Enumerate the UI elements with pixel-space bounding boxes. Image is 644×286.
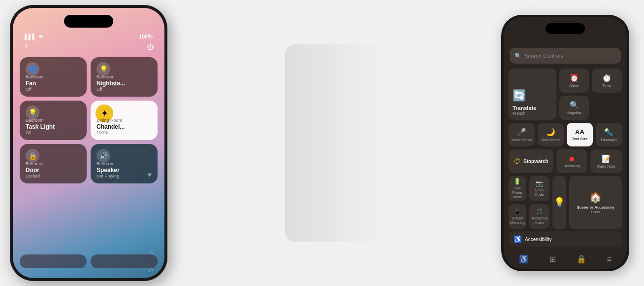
dark-mode-icon: 🌙 bbox=[546, 128, 555, 137]
scan-code-tile[interactable]: 📷 Scan Code bbox=[529, 176, 549, 201]
left-phone: ▌▌▌ ⌯ 100% + ⏻ 🌀 Bedroom Fan Off 💡 Bedro… bbox=[10, 5, 167, 281]
add-icon[interactable]: + bbox=[24, 41, 29, 52]
heart-icon: ♥ bbox=[148, 171, 152, 179]
recognize-music-tile[interactable]: 🎵 Recognize Music bbox=[529, 204, 549, 229]
dock-accessibility-icon[interactable]: ♿ bbox=[519, 254, 529, 264]
chandelier-name-label: Chandel... bbox=[97, 123, 152, 130]
magnifier-icon: 🔍 bbox=[570, 101, 579, 109]
search-controls-label[interactable]: Search Controls bbox=[524, 53, 563, 59]
dining-chandelier-tile[interactable]: ✦ Dining Room Chandel... 100% bbox=[91, 101, 158, 140]
translate-tile[interactable]: 🔄 Translate French bbox=[509, 69, 556, 120]
low-power-label: Low Power Mode bbox=[510, 186, 525, 199]
tasklight-room-label: Bedroom bbox=[26, 118, 81, 123]
dark-mode-label: Dark Mode bbox=[542, 138, 560, 142]
text-size-icon: AA bbox=[575, 128, 584, 136]
music-note-icon: ♫ bbox=[149, 249, 154, 256]
accessibility-bar[interactable]: ♿ Accessibility bbox=[509, 231, 622, 247]
bedroom-fan-tile[interactable]: 🌀 Bedroom Fan Off bbox=[20, 57, 87, 97]
screen-mirror-icon: 📱 bbox=[514, 208, 521, 215]
dynamic-island-left bbox=[64, 15, 113, 28]
magnifier-tile[interactable]: 🔍 Magnifier bbox=[559, 96, 589, 120]
low-power-col: 🔋 Low Power Mode 📱 Screen Mirroring bbox=[509, 176, 526, 229]
controls-row-3: ⏱ Stopwatch ⏺ Recording 📝 Quick Note bbox=[509, 149, 622, 173]
entrance-door-tile[interactable]: 🔒 Entrance Door Locked bbox=[20, 144, 87, 183]
recognize-music-icon: 🎵 bbox=[536, 208, 543, 215]
scan-code-label: Scan Code bbox=[531, 188, 548, 197]
low-power-tile[interactable]: 🔋 Low Power Mode bbox=[509, 176, 526, 201]
fan-room-label: Bedroom bbox=[26, 74, 81, 80]
scene-sub-label: Home bbox=[591, 210, 600, 214]
door-room-label: Entrance bbox=[26, 161, 81, 167]
recording-icon: ⏺ bbox=[568, 155, 575, 163]
timer-label: Timer bbox=[602, 83, 612, 88]
home-icon[interactable]: ⌂ bbox=[149, 265, 154, 274]
voice-memo-label: Voice Memo bbox=[512, 138, 532, 142]
flashlight-label: Flashlight bbox=[601, 138, 616, 142]
quick-note-tile[interactable]: 📝 Quick Note bbox=[590, 149, 622, 173]
power-icon[interactable]: ⏻ bbox=[147, 43, 154, 51]
partial-tile-2[interactable] bbox=[91, 254, 158, 268]
dock-lock-icon[interactable]: 🔒 bbox=[577, 254, 586, 264]
accessibility-label: Accessibility bbox=[525, 237, 551, 242]
lock-icon: 🔒 bbox=[26, 149, 39, 163]
flashlight-tile[interactable]: 🔦 Flashlight bbox=[596, 123, 622, 146]
translate-icon: 🔄 bbox=[513, 89, 552, 102]
controls-row-4: 🔋 Low Power Mode 📱 Screen Mirroring 📷 Sc… bbox=[509, 176, 622, 229]
scene-icon: 🏠 bbox=[589, 191, 602, 203]
phone-shadow bbox=[285, 44, 384, 242]
controls-row-2: 🎤 Voice Memo 🌙 Dark Mode AA Text Size 🔦 … bbox=[509, 123, 622, 146]
light-bulb-icon: 💡 bbox=[554, 197, 565, 208]
alarm-icon: ⏰ bbox=[570, 73, 579, 82]
screen-mirror-tile[interactable]: 📱 Screen Mirroring bbox=[509, 204, 526, 229]
right-phone-screen: 🔍 Search Controls 🔄 Translate French ⏰ A… bbox=[504, 17, 627, 269]
text-size-tile[interactable]: AA Text Size bbox=[567, 123, 593, 146]
low-power-icon: 🔋 bbox=[514, 178, 521, 185]
recording-tile[interactable]: ⏺ Recording bbox=[556, 149, 588, 173]
text-size-label: Text Size bbox=[572, 137, 588, 141]
nightstand-room-label: Bedroom bbox=[97, 74, 152, 80]
fan-status-label: Off bbox=[26, 87, 81, 92]
tasklight-icon: 💡 bbox=[26, 106, 39, 119]
magnifier-label: Magnifier bbox=[567, 110, 582, 115]
control-grid: 🌀 Bedroom Fan Off 💡 Bedroom Nightsta... … bbox=[20, 57, 158, 183]
speaker-status-label: Not Playing bbox=[97, 174, 152, 179]
dock-grid-icon[interactable]: ⊞ bbox=[549, 254, 556, 264]
voice-memo-tile[interactable]: 🎤 Voice Memo bbox=[509, 123, 535, 146]
right-phone: 🔍 Search Controls 🔄 Translate French ⏰ A… bbox=[501, 15, 629, 271]
door-status-label: Locked bbox=[26, 174, 81, 179]
timer-tile[interactable]: ⏱️ Timer bbox=[592, 69, 622, 93]
speaker-room-label: Bedroom bbox=[97, 161, 152, 167]
search-controls-bar[interactable]: 🔍 Search Controls bbox=[510, 48, 621, 64]
alarm-tile[interactable]: ⏰ Alarm bbox=[559, 69, 589, 93]
dark-mode-tile[interactable]: 🌙 Dark Mode bbox=[538, 123, 564, 146]
battery-status: 100% bbox=[139, 34, 153, 39]
controls-row-1: 🔄 Translate French ⏰ Alarm 🔍 Magnifier bbox=[509, 69, 622, 120]
empty-tile-1 bbox=[592, 96, 622, 120]
signal-icon: ▌▌▌ bbox=[25, 34, 36, 39]
dynamic-island-right bbox=[546, 23, 585, 34]
bedroom-speaker-tile[interactable]: 🔊 Bedroom Speaker Not Playing ♥ bbox=[91, 144, 158, 183]
translate-label: Translate bbox=[513, 105, 552, 111]
quick-note-icon: 📝 bbox=[602, 154, 611, 163]
scene-accessory-tile[interactable]: 🏠 Scene or Accessory Home bbox=[569, 176, 622, 229]
bedroom-tasklight-tile[interactable]: 💡 Bedroom Task Light Off bbox=[20, 101, 87, 140]
recording-label: Recording bbox=[563, 164, 580, 168]
stopwatch-tile[interactable]: ⏱ Stopwatch bbox=[509, 149, 553, 173]
bottom-dock-right: ♿ ⊞ 🔒 ≡ bbox=[509, 254, 622, 264]
bedroom-nightstand-tile[interactable]: 💡 Bedroom Nightsta... Off bbox=[91, 57, 158, 97]
door-name-label: Door bbox=[26, 167, 81, 174]
accessibility-icon: ♿ bbox=[514, 235, 522, 243]
signal-wifi-group: ▌▌▌ ⌯ bbox=[25, 34, 43, 39]
timer-icon: ⏱️ bbox=[602, 73, 612, 82]
center-gap bbox=[167, 0, 501, 286]
chandelier-status-label: 100% bbox=[97, 130, 152, 135]
scene-label: Scene or Accessory bbox=[577, 205, 614, 210]
left-phone-screen: ▌▌▌ ⌯ 100% + ⏻ 🌀 Bedroom Fan Off 💡 Bedro… bbox=[13, 8, 164, 278]
nightstand-name-label: Nightsta... bbox=[97, 80, 152, 87]
tasklight-status-label: Off bbox=[26, 130, 81, 135]
light-tile[interactable]: 💡 bbox=[552, 176, 566, 229]
speaker-name-label: Speaker bbox=[97, 167, 152, 174]
dock-list-icon[interactable]: ≡ bbox=[607, 255, 612, 264]
stopwatch-label: Stopwatch bbox=[523, 159, 548, 164]
partial-tile-1[interactable] bbox=[20, 254, 87, 268]
